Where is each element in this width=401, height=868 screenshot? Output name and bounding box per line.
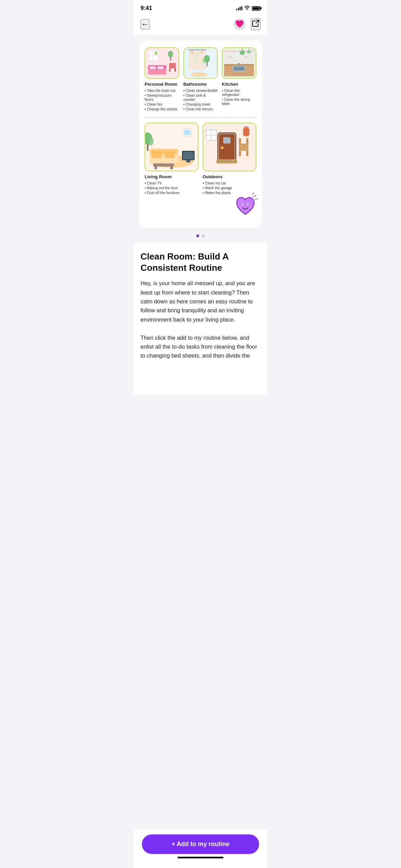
svg-rect-36 bbox=[230, 57, 232, 57]
svg-rect-50 bbox=[170, 166, 172, 169]
outdoors-item: Outdoors Clean my car Wash the garage Wa… bbox=[203, 123, 256, 196]
bathrooms-tasks: Clean shower&toilet Clean sink & counter… bbox=[183, 88, 218, 111]
outdoors-name: Outdoors bbox=[203, 174, 256, 179]
svg-rect-10 bbox=[169, 63, 176, 68]
svg-rect-46 bbox=[151, 151, 162, 158]
kitchen-image bbox=[222, 47, 256, 79]
dot-1 bbox=[196, 234, 199, 237]
share-button[interactable] bbox=[251, 19, 260, 30]
svg-point-62 bbox=[221, 146, 223, 149]
svg-point-17 bbox=[191, 50, 194, 55]
content-section: Clean Room: Build A Consistent Routine H… bbox=[134, 243, 267, 395]
svg-point-18 bbox=[196, 52, 198, 56]
svg-rect-37 bbox=[245, 57, 247, 57]
svg-rect-74 bbox=[246, 151, 248, 156]
svg-rect-53 bbox=[186, 160, 190, 162]
kitchen-name: Kitchen bbox=[222, 82, 256, 87]
svg-point-88 bbox=[240, 206, 242, 208]
nav-bar: ← bbox=[134, 14, 267, 35]
article-title: Clean Room: Build A Consistent Routine bbox=[141, 251, 260, 273]
svg-rect-58 bbox=[184, 130, 190, 135]
room-card: Personal Room Take the trash out Sweep/v… bbox=[139, 40, 262, 228]
svg-rect-64 bbox=[223, 137, 230, 143]
wifi-icon bbox=[244, 5, 250, 11]
heart-avatar bbox=[233, 18, 246, 31]
svg-rect-30 bbox=[233, 67, 245, 71]
svg-rect-48 bbox=[153, 163, 174, 166]
svg-rect-31 bbox=[238, 63, 240, 67]
room-grid-top: Personal Room Take the trash out Sweep/v… bbox=[145, 47, 256, 112]
svg-rect-77 bbox=[243, 128, 249, 136]
svg-rect-47 bbox=[164, 151, 175, 158]
heart-mascot-wrapper bbox=[145, 192, 259, 219]
status-bar: 9:41 bbox=[134, 0, 267, 14]
status-time: 9:41 bbox=[141, 5, 152, 12]
svg-rect-11 bbox=[169, 68, 171, 72]
svg-point-86 bbox=[243, 205, 243, 205]
article-body: Hey, is your home all messed up, and you… bbox=[141, 279, 260, 360]
heart-mascot-icon bbox=[232, 192, 259, 219]
svg-rect-9 bbox=[157, 66, 164, 69]
svg-point-41 bbox=[247, 50, 251, 54]
svg-point-89 bbox=[249, 206, 251, 208]
svg-rect-73 bbox=[239, 151, 241, 156]
battery-icon bbox=[252, 6, 260, 11]
dot-2 bbox=[202, 234, 205, 237]
personal-room-name: Personal Room bbox=[145, 82, 179, 87]
svg-point-25 bbox=[191, 72, 207, 77]
svg-line-81 bbox=[254, 195, 256, 197]
personal-room-image bbox=[145, 47, 179, 79]
svg-rect-76 bbox=[246, 138, 248, 144]
svg-point-14 bbox=[168, 51, 173, 57]
pagination-dots bbox=[134, 231, 267, 243]
personal-room-tasks: Take the trash out Sweep/vacuum floors C… bbox=[145, 88, 179, 111]
svg-point-56 bbox=[147, 137, 154, 145]
svg-point-20 bbox=[194, 57, 197, 62]
svg-rect-12 bbox=[174, 68, 176, 72]
svg-rect-33 bbox=[224, 51, 237, 52]
kitchen-tasks: Clean the refrigerator Clean the dining … bbox=[222, 88, 256, 106]
status-icons bbox=[236, 5, 260, 11]
living-room-image bbox=[145, 123, 198, 172]
svg-rect-52 bbox=[183, 152, 194, 159]
living-room-name: Living Room bbox=[145, 174, 198, 179]
svg-point-5 bbox=[155, 51, 157, 55]
svg-point-24 bbox=[203, 58, 207, 63]
back-button[interactable]: ← bbox=[141, 19, 149, 29]
carousel-section: Personal Room Take the trash out Sweep/v… bbox=[134, 35, 267, 231]
svg-rect-8 bbox=[149, 66, 156, 69]
svg-rect-21 bbox=[188, 49, 206, 50]
living-room-item: Living Room Clean TV Wiping out the dust… bbox=[145, 123, 198, 196]
svg-rect-32 bbox=[224, 51, 237, 62]
living-room-tasks: Clean TV Wiping out the dust Dust off th… bbox=[145, 181, 198, 195]
outdoors-image bbox=[203, 123, 256, 172]
svg-rect-72 bbox=[239, 143, 248, 150]
svg-point-39 bbox=[240, 50, 245, 55]
bathrooms-item: Bathrooms Clean shower&toilet Clean sink… bbox=[183, 47, 218, 112]
svg-rect-75 bbox=[239, 138, 241, 144]
svg-line-83 bbox=[253, 193, 254, 195]
personal-room-item: Personal Room Take the trash out Sweep/v… bbox=[145, 47, 179, 112]
divider bbox=[145, 117, 256, 118]
svg-line-82 bbox=[255, 198, 258, 200]
svg-rect-49 bbox=[155, 166, 157, 169]
nav-right bbox=[233, 18, 260, 31]
bathrooms-image bbox=[183, 47, 218, 79]
kitchen-item: Kitchen Clean the refrigerator Clean the… bbox=[222, 47, 256, 112]
signal-bars-icon bbox=[236, 6, 242, 10]
svg-point-87 bbox=[248, 205, 249, 205]
room-grid-bottom: Living Room Clean TV Wiping out the dust… bbox=[145, 123, 256, 196]
svg-rect-65 bbox=[216, 159, 237, 163]
bathrooms-name: Bathrooms bbox=[183, 82, 218, 87]
